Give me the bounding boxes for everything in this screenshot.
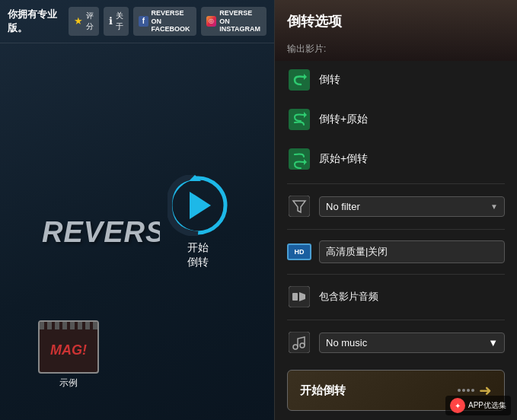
filter-row: No filter ▼ [287,191,505,221]
svg-rect-3 [289,69,310,91]
rate-label: 评分 [86,11,94,32]
start-button-label: 开始倒转 [300,383,346,398]
filter-chevron-icon: ▼ [490,202,498,211]
reverse-icon [287,68,311,92]
watermark: ✦ APP优选集 [445,396,511,415]
instagram-button[interactable]: ◎ REVERSE ON INSTAGRAM [201,7,266,36]
about-button[interactable]: ℹ 关于 [104,7,129,36]
instagram-text: REVERSE ON INSTAGRAM [219,9,261,33]
hd-icon: HD [287,243,311,260]
output-label: 输出影片: [287,43,505,56]
filter-value: No filter [326,201,360,212]
option-reverse-original[interactable]: 倒转+原始 [287,103,505,136]
music-chevron-icon: ▼ [488,337,498,348]
panel-title: 倒转选项 [287,12,505,30]
svg-rect-12 [292,293,298,301]
left-panel: 你拥有专业版。 ★ 评分 ℹ 关于 f REVERSE ON FACEBOOK … [0,0,274,420]
svg-rect-13 [289,332,310,353]
top-bar: 你拥有专业版。 ★ 评分 ℹ 关于 f REVERSE ON FACEBOOK … [0,0,274,43]
hd-label: 高清质量|关闭 [319,240,505,263]
watermark-text: APP优选集 [468,400,506,411]
svg-text:REVERSE: REVERSE [42,215,160,247]
filter-icon [287,194,311,218]
play-label: 开始 倒转 [187,240,209,269]
star-icon: ★ [74,15,83,27]
dot-4 [471,389,474,392]
right-panel: 倒转选项 输出影片: 倒转 [274,0,517,420]
audio-icon [287,285,311,309]
svg-rect-7 [289,148,310,170]
music-row: No music ▼ [287,327,505,358]
panel-footer: 开始倒转 ➜ ✦ APP优选集 [275,364,517,420]
option-original-reverse-label: 原始+倒转 [319,152,368,166]
music-icon [287,330,311,355]
dot-2 [462,389,465,392]
facebook-text: REVERSE ON FACEBOOK [152,9,192,33]
svg-rect-9 [289,196,310,217]
facebook-button[interactable]: f REVERSE ON FACEBOOK [133,7,196,36]
instagram-icon: ◎ [206,16,216,27]
panel-header: 倒转选项 [275,0,517,37]
play-circle[interactable] [168,174,228,235]
dot-1 [458,389,461,392]
sample-thumbnail[interactable]: MAG! 示例 [38,320,99,390]
music-dropdown[interactable]: No music ▼ [319,332,505,353]
thumb-text: MAG! [50,342,87,358]
thumb-frame: MAG! [38,320,99,374]
option-original-reverse[interactable]: 原始+倒转 [287,142,505,176]
app-logo: REVERSE [38,209,160,254]
option-reverse-label: 倒转 [319,73,340,87]
toolbar-buttons: ★ 评分 ℹ 关于 f REVERSE ON FACEBOOK ◎ REVERS… [69,7,266,36]
audio-text: 包含影片音频 [319,290,378,304]
about-label: 关于 [116,11,123,32]
pro-label: 你拥有专业版。 [8,6,61,37]
filter-dropdown[interactable]: No filter ▼ [319,196,505,217]
svg-rect-5 [289,109,310,130]
play-button-area[interactable]: 开始 倒转 [168,174,228,269]
original-reverse-icon [287,147,311,171]
facebook-icon: f [139,16,148,27]
dot-3 [467,389,470,392]
watermark-icon: ✦ [450,398,465,413]
main-area: REVERSE 开始 倒转 MAG! 示例 [0,43,274,420]
panel-content: 输出影片: 倒转 倒转+原始 [275,37,517,364]
hd-row: HD 高清质量|关闭 [287,237,505,266]
rate-button[interactable]: ★ 评分 [69,7,99,36]
info-icon: ℹ [109,15,113,27]
sample-label: 示例 [59,377,78,390]
reverse-original-icon [287,107,311,132]
option-reverse[interactable]: 倒转 [287,63,505,97]
audio-row[interactable]: 包含影片音频 [287,282,505,312]
option-reverse-original-label: 倒转+原始 [319,113,368,126]
music-value: No music [326,337,367,348]
